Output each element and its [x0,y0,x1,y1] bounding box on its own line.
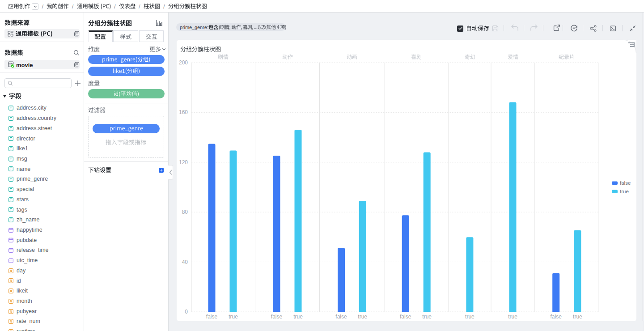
svg-text:80: 80 [182,209,188,215]
svg-text:true: true [422,314,432,320]
svg-text:0: 0 [185,309,188,315]
svg-text:true: true [573,314,582,320]
svg-text:false: false [206,314,218,320]
svg-text:false: false [400,314,411,320]
svg-text:40: 40 [182,259,188,265]
svg-text:true: true [465,314,475,320]
svg-text:true: true [229,314,238,320]
svg-text:true: true [293,314,303,320]
svg-text:true: true [508,314,517,320]
svg-text:true: true [620,189,629,194]
svg-text:120: 120 [179,159,188,166]
svg-text:true: true [358,314,367,320]
svg-text:160: 160 [179,109,188,115]
svg-text:false: false [620,180,631,186]
svg-text:false: false [551,314,562,320]
svg-text:false: false [271,314,283,320]
svg-text:false: false [335,314,347,320]
svg-text:200: 200 [179,59,188,66]
